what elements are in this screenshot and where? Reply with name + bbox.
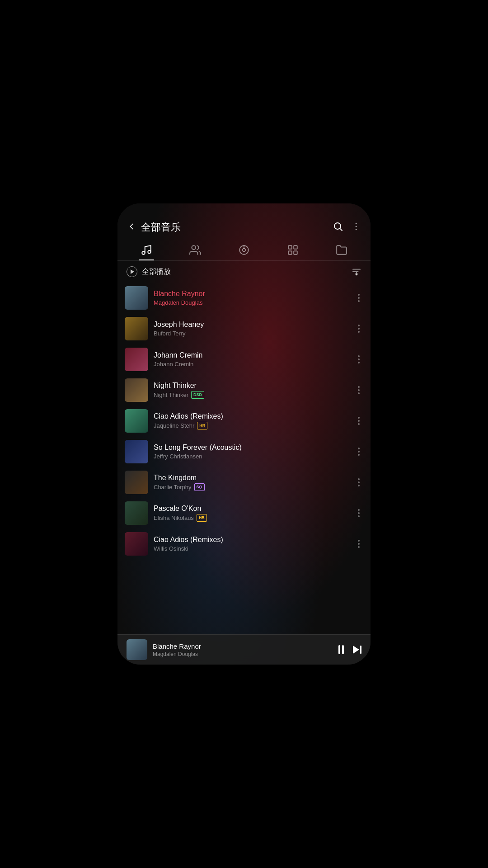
song-title: Night Thinker	[154, 382, 349, 390]
svg-point-5	[142, 251, 145, 255]
song-artist-row: Johann Cremin	[154, 361, 349, 368]
song-artist-row: Charlie Torphy SQ	[154, 483, 349, 491]
tab-artists[interactable]	[182, 241, 208, 260]
song-more-button[interactable]	[354, 538, 363, 550]
song-title: The Kingdom	[154, 474, 349, 482]
svg-line-1	[340, 228, 342, 230]
now-playing-title: Blanche Raynor	[153, 642, 333, 650]
song-list: Blanche Raynor Magdalen Douglas Joseph H…	[117, 283, 371, 634]
song-info: Joseph Heaney Buford Terry	[154, 321, 349, 337]
song-more-button[interactable]	[354, 507, 363, 519]
song-title: Johann Cremin	[154, 351, 349, 359]
song-artwork	[125, 440, 148, 463]
header-right	[333, 221, 361, 234]
search-icon[interactable]	[333, 221, 343, 234]
song-info: Ciao Adios (Remixes) Willis Osinski	[154, 536, 349, 552]
song-artist-row: Night Thinker DSD	[154, 391, 349, 399]
now-playing-artwork	[127, 639, 147, 660]
song-info: The Kingdom Charlie Torphy SQ	[154, 474, 349, 491]
now-playing-artist: Magdalen Douglas	[153, 651, 333, 657]
list-item[interactable]: Pascale O'Kon Elisha Nikolaus HR	[117, 498, 371, 528]
song-artist: Johann Cremin	[154, 361, 193, 368]
pause-icon	[338, 645, 344, 654]
song-artist-row: Willis Osinski	[154, 545, 349, 552]
skip-triangle	[353, 646, 359, 654]
song-info: Blanche Raynor Magdalen Douglas	[154, 290, 349, 306]
status-bar	[117, 203, 371, 217]
song-artwork	[125, 471, 148, 494]
play-all-row[interactable]: 全部播放	[117, 261, 371, 283]
tab-folders[interactable]	[328, 241, 355, 260]
phone-container: 全部音乐	[117, 203, 371, 665]
song-artist-row: Elisha Nikolaus HR	[154, 514, 349, 522]
song-artist-row: Buford Terry	[154, 330, 349, 337]
pause-button[interactable]	[338, 645, 344, 654]
song-artist: Willis Osinski	[154, 545, 188, 552]
song-artwork	[125, 501, 148, 525]
back-button[interactable]	[127, 222, 136, 234]
song-title: Pascale O'Kon	[154, 505, 349, 513]
sort-icon[interactable]	[352, 267, 361, 277]
song-more-button[interactable]	[354, 446, 363, 458]
tab-playlists[interactable]	[280, 241, 306, 260]
svg-point-6	[148, 250, 151, 254]
header: 全部音乐	[117, 217, 371, 239]
svg-point-0	[334, 223, 341, 229]
skip-next-button[interactable]	[353, 646, 361, 654]
skip-bar	[360, 646, 361, 654]
song-artist: Charlie Torphy	[154, 484, 192, 491]
song-more-button[interactable]	[354, 476, 363, 488]
list-item[interactable]: Ciao Adios (Remixes) Jaqueline Stehr HR	[117, 406, 371, 436]
tab-albums[interactable]	[231, 241, 257, 260]
song-artwork	[125, 409, 148, 433]
list-item[interactable]: Blanche Raynor Magdalen Douglas	[117, 283, 371, 313]
song-artwork	[125, 286, 148, 310]
pause-bar-left	[338, 645, 340, 654]
phone-content: 全部音乐	[117, 203, 371, 665]
song-title: Ciao Adios (Remixes)	[154, 536, 349, 544]
song-more-button[interactable]	[354, 292, 363, 304]
song-artist-row: Jaqueline Stehr HR	[154, 422, 349, 429]
svg-point-7	[192, 245, 196, 250]
svg-rect-14	[294, 251, 297, 255]
song-info: Ciao Adios (Remixes) Jaqueline Stehr HR	[154, 412, 349, 429]
svg-point-2	[356, 222, 357, 223]
song-artist-row: Jeffry Christiansen	[154, 453, 349, 460]
playback-controls	[338, 645, 361, 654]
svg-point-4	[356, 229, 357, 230]
song-more-button[interactable]	[354, 323, 363, 335]
svg-rect-12	[294, 245, 297, 249]
list-item[interactable]: So Long Forever (Acoustic) Jeffry Christ…	[117, 436, 371, 467]
list-item[interactable]: Joseph Heaney Buford Terry	[117, 313, 371, 344]
now-playing-info: Blanche Raynor Magdalen Douglas	[153, 642, 333, 657]
song-artist: Elisha Nikolaus	[154, 514, 194, 521]
song-artist: Jaqueline Stehr	[154, 422, 194, 429]
quality-badge-hr: HR	[197, 514, 207, 522]
song-more-button[interactable]	[354, 354, 363, 365]
now-playing-bar[interactable]: Blanche Raynor Magdalen Douglas	[117, 634, 371, 665]
song-artist: Magdalen Douglas	[154, 299, 202, 306]
song-info: Night Thinker Night Thinker DSD	[154, 382, 349, 399]
song-more-button[interactable]	[354, 415, 363, 427]
quality-badge-dsd: DSD	[191, 391, 204, 399]
svg-point-3	[356, 226, 357, 226]
song-artwork	[125, 317, 148, 340]
song-artist: Night Thinker	[154, 392, 188, 398]
song-info: Pascale O'Kon Elisha Nikolaus HR	[154, 505, 349, 522]
song-artist: Jeffry Christiansen	[154, 453, 202, 460]
pause-bar-right	[342, 645, 344, 654]
list-item[interactable]: Johann Cremin Johann Cremin	[117, 344, 371, 375]
page-title: 全部音乐	[141, 221, 181, 234]
more-options-icon[interactable]	[351, 221, 361, 234]
play-all-left: 全部播放	[127, 266, 171, 277]
song-info: So Long Forever (Acoustic) Jeffry Christ…	[154, 443, 349, 460]
tab-songs[interactable]	[133, 241, 160, 260]
skip-next-icon	[353, 646, 361, 654]
song-title: Ciao Adios (Remixes)	[154, 412, 349, 420]
song-title: So Long Forever (Acoustic)	[154, 443, 349, 452]
play-all-circle	[127, 266, 137, 277]
list-item[interactable]: Ciao Adios (Remixes) Willis Osinski	[117, 528, 371, 559]
list-item[interactable]: Night Thinker Night Thinker DSD	[117, 375, 371, 406]
list-item[interactable]: The Kingdom Charlie Torphy SQ	[117, 467, 371, 498]
song-more-button[interactable]	[354, 384, 363, 396]
